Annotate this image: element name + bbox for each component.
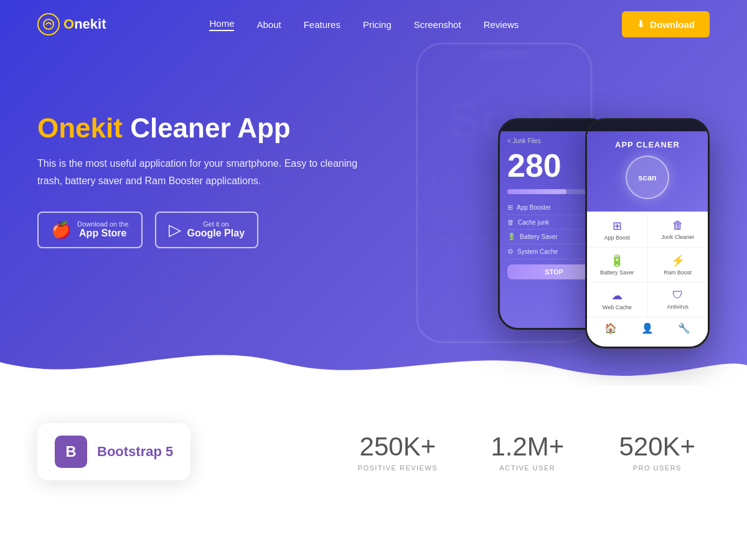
pb-battery-icon: 🔋 [507, 233, 516, 241]
stat-users-number: 1.2M+ [475, 432, 580, 462]
logo[interactable]: Onekit [37, 13, 106, 35]
nav-pricing[interactable]: Pricing [363, 19, 392, 30]
hero-title: Onekit Cleaner App [37, 113, 374, 144]
webcache-icon: ☁ [592, 289, 642, 302]
nav-reviews[interactable]: Reviews [484, 19, 519, 30]
phone-front-screen: APP CLEANER scan ⊞ App Boost 🗑 Junk Clea… [587, 131, 708, 348]
junkcleaner-icon: 🗑 [653, 219, 703, 232]
pf-user-icon: 👤 [641, 322, 654, 334]
hero-text: Onekit Cleaner App This is the most usef… [37, 113, 374, 248]
hero-content-area: Scan App Cleaner Battery Saver Junk Cach… [0, 0, 747, 386]
nav-features[interactable]: Features [304, 19, 341, 30]
nav-links: Home About Features Pricing Screenshot R… [209, 18, 519, 31]
download-icon: ⬇ [637, 19, 645, 30]
pf-grid-webcache: ☁ Web Cache [587, 282, 647, 317]
phone-back-notch [535, 120, 573, 131]
appstore-button[interactable]: 🍎 Download on the App Store [37, 212, 143, 248]
svg-point-0 [44, 19, 54, 29]
pf-home-icon: 🏠 [604, 322, 617, 334]
phone-front-notch [629, 120, 666, 131]
pb-syscache-icon: ⚙ [507, 248, 514, 256]
ramboost-icon: ⚡ [653, 254, 703, 268]
stat-reviews: 250K+ Positive Reviews [345, 432, 450, 472]
play-icon: ▷ [169, 220, 181, 240]
pf-grid-batterysaver: 🔋 Battery Saver [587, 248, 647, 282]
pf-grid-junkcleaner: 🗑 Junk Cleaner [648, 213, 708, 247]
pf-grid-ramboost: ⚡ Ram Boost [648, 248, 708, 282]
pf-scan-btn[interactable]: scan [626, 156, 669, 199]
hero-buttons: 🍎 Download on the App Store ▷ Get it on … [37, 212, 374, 248]
logo-icon [37, 13, 60, 35]
googleplay-button[interactable]: ▷ Get it on Google Play [155, 212, 258, 248]
stat-users: 1.2M+ Active User [475, 432, 580, 472]
nav-home[interactable]: Home [209, 18, 234, 31]
bootstrap-badge: B Bootstrap 5 [37, 423, 190, 480]
phone-front: APP CLEANER scan ⊞ App Boost 🗑 Junk Clea… [585, 118, 710, 348]
bootstrap-label: Bootstrap 5 [97, 444, 173, 460]
nav-screenshot[interactable]: Screenshot [414, 19, 461, 30]
hero-section: Scan App Cleaner Battery Saver Junk Cach… [0, 0, 747, 386]
phone-mockups: < Junk Files 280 63% ⊞ App Booster 🗑 Cac… [498, 118, 710, 348]
pf-grid-appboost: ⊞ App Boost [587, 213, 647, 247]
navbar: Onekit Home About Features Pricing Scree… [0, 0, 747, 49]
pb-cachejunk-icon: 🗑 [507, 218, 514, 226]
stat-prousers-label: Pro Users [605, 464, 710, 472]
stats-section: B Bootstrap 5 250K+ Positive Reviews 1.2… [0, 386, 747, 505]
nav-about[interactable]: About [256, 19, 281, 30]
svg-text:Battery Saver: Battery Saver [430, 208, 497, 220]
stat-reviews-label: Positive Reviews [345, 464, 450, 472]
svg-rect-2 [479, 50, 529, 59]
antivirus-icon: 🛡 [653, 289, 703, 302]
bootstrap-icon: B [55, 436, 87, 468]
download-button[interactable]: ⬇ Download [622, 11, 710, 37]
stat-prousers: 520K+ Pro Users [605, 432, 710, 472]
pf-grid-antivirus: 🛡 Antivirus [648, 282, 708, 317]
batterysaver-icon: 🔋 [592, 254, 642, 268]
pf-header: APP CLEANER scan [587, 131, 708, 212]
pf-bottom-nav: 🏠 👤 🔧 [587, 317, 708, 339]
pb-appbooster-icon: ⊞ [507, 203, 513, 212]
stat-users-label: Active User [475, 464, 580, 472]
appboost-icon: ⊞ [592, 219, 642, 233]
pf-grid: ⊞ App Boost 🗑 Junk Cleaner 🔋 Battery Sav… [587, 213, 708, 317]
svg-text:Junk Cache: Junk Cache [430, 233, 489, 245]
apple-icon: 🍎 [51, 220, 71, 240]
stat-prousers-number: 520K+ [605, 432, 710, 462]
hero-description: This is the most useful application for … [37, 155, 374, 189]
pf-tools-icon: 🔧 [678, 322, 690, 334]
logo-text: Onekit [63, 16, 106, 32]
stat-reviews-number: 250K+ [345, 432, 450, 462]
pb-progress-fill [507, 189, 566, 194]
